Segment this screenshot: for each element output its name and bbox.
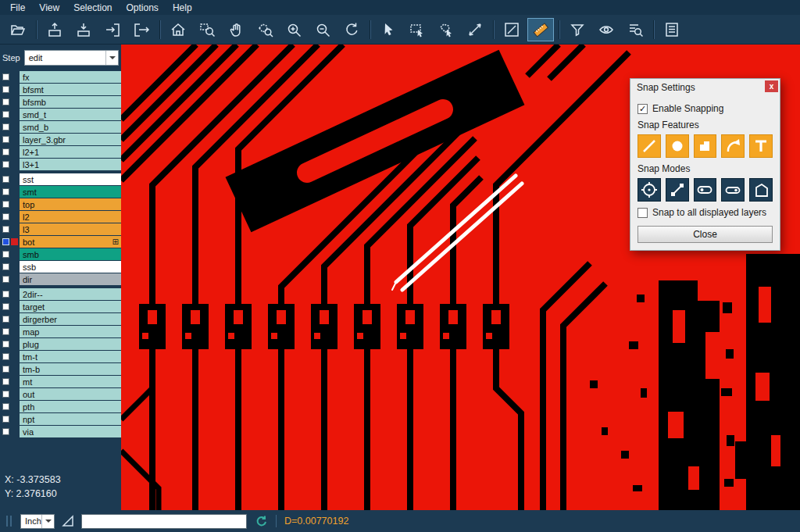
layer-visibility-checkbox[interactable] [2, 188, 9, 195]
layer-row[interactable]: bot⊞ [0, 236, 121, 248]
layer-row[interactable]: fx [0, 71, 121, 83]
layer-row[interactable]: smd_b [0, 121, 121, 133]
view-options-tool[interactable] [593, 18, 620, 41]
open-tool[interactable] [5, 18, 31, 41]
import-tool[interactable] [99, 18, 126, 41]
layer-row[interactable]: dirgerber [0, 313, 121, 325]
layer-row[interactable]: mt [0, 376, 121, 387]
layer-visibility-checkbox[interactable] [2, 353, 9, 360]
export-tool[interactable] [128, 18, 155, 41]
chevron-down-icon[interactable] [41, 515, 54, 528]
layer-row[interactable]: layer_3.gbr [0, 134, 121, 145]
statusbar-grip[interactable] [6, 516, 14, 527]
layer-row[interactable]: ssb [0, 261, 121, 273]
layer-row[interactable]: smd_t [0, 109, 121, 120]
layer-visibility-checkbox[interactable] [2, 136, 9, 143]
layer-row[interactable]: 2dir-- [0, 288, 121, 300]
layer-row[interactable]: smb [0, 248, 121, 260]
layer-row[interactable]: l2 [0, 211, 121, 223]
layer-name[interactable]: tm-b [20, 363, 121, 375]
layer-visibility-checkbox[interactable] [2, 276, 9, 283]
layer-name[interactable]: l2 [20, 211, 121, 223]
report-tool[interactable] [659, 18, 685, 41]
zoom-window-tool[interactable] [194, 18, 220, 41]
layer-row[interactable]: dir [0, 273, 121, 285]
layer-name[interactable]: layer_3.gbr [20, 134, 121, 145]
layer-row[interactable]: out [0, 388, 121, 400]
select-polygon-tool[interactable] [433, 18, 459, 41]
layer-visibility-checkbox[interactable] [2, 366, 9, 373]
layer-visibility-checkbox[interactable] [2, 238, 9, 245]
layer-name[interactable]: dir [20, 273, 121, 285]
statusbar-input[interactable] [81, 514, 247, 529]
layer-visibility-checkbox[interactable] [2, 73, 9, 80]
enable-snapping-checkbox[interactable]: ✓ [638, 104, 648, 114]
layer-visibility-checkbox[interactable] [2, 176, 9, 183]
triangle-ruler-icon[interactable] [61, 514, 75, 528]
layer-name[interactable]: sst [20, 173, 121, 185]
layer-visibility-checkbox[interactable] [2, 403, 9, 410]
layer-visibility-checkbox[interactable] [2, 416, 9, 423]
layer-visibility-checkbox[interactable] [2, 251, 9, 258]
layer-row[interactable]: l2+1 [0, 146, 121, 158]
layer-name[interactable]: ssb [20, 261, 121, 273]
all-layers-checkbox[interactable] [638, 208, 648, 218]
layer-row[interactable]: l3 [0, 223, 121, 235]
enable-snapping-row[interactable]: ✓ Enable Snapping [638, 103, 773, 114]
layer-row[interactable]: smt [0, 186, 121, 198]
layer-visibility-checkbox[interactable] [2, 328, 9, 335]
snap-feature-text-button[interactable] [749, 134, 773, 158]
layer-row[interactable]: via [0, 426, 121, 437]
dialog-title-bar[interactable]: Snap Settings x [630, 79, 780, 96]
layer-name[interactable]: smd_t [20, 109, 121, 120]
snap-mode-point-button[interactable] [666, 178, 689, 202]
zoom-out-tool[interactable] [309, 18, 336, 41]
layer-visibility-checkbox[interactable] [2, 161, 9, 168]
snap-feature-arc-button[interactable] [721, 134, 745, 158]
layer-visibility-checkbox[interactable] [2, 111, 9, 118]
zoom-in-tool[interactable] [280, 18, 307, 41]
refresh-icon[interactable] [255, 515, 268, 528]
layer-visibility-checkbox[interactable] [2, 428, 9, 435]
select-rectangle-tool[interactable] [404, 18, 430, 41]
layer-name[interactable]: smb [20, 248, 121, 260]
export-up-tool[interactable] [41, 18, 68, 41]
layer-name[interactable]: bfsmt [20, 84, 121, 95]
layer-visibility-checkbox[interactable] [2, 341, 9, 348]
home-tool[interactable] [165, 18, 191, 41]
layer-row[interactable]: npt [0, 413, 121, 425]
layer-visibility-checkbox[interactable] [2, 86, 9, 93]
layer-visibility-checkbox[interactable] [2, 148, 9, 155]
layer-row[interactable]: bfsmb [0, 96, 121, 108]
layer-row[interactable]: target [0, 301, 121, 312]
layer-name[interactable]: l3 [20, 223, 121, 235]
snap-feature-surface-button[interactable] [694, 134, 717, 158]
layer-name[interactable]: l2+1 [20, 146, 121, 158]
layer-name[interactable]: top [20, 198, 121, 210]
layer-visibility-checkbox[interactable] [2, 263, 9, 270]
layer-name[interactable]: smd_b [20, 121, 121, 133]
layer-name[interactable]: target [20, 301, 121, 312]
snap-mode-slot-b-button[interactable] [721, 178, 745, 202]
menu-item-file[interactable]: File [3, 2, 32, 14]
snap-mode-slot-a-button[interactable] [694, 178, 717, 202]
layer-visibility-checkbox[interactable] [2, 291, 9, 298]
layer-visibility-checkbox[interactable] [2, 213, 9, 220]
layer-visibility-checkbox[interactable] [2, 226, 9, 233]
close-button[interactable]: Close [638, 226, 773, 243]
layer-row[interactable]: sst [0, 173, 121, 185]
layer-row[interactable]: tm-t [0, 351, 121, 362]
layer-row[interactable]: tm-b [0, 363, 121, 375]
menu-item-options[interactable]: Options [120, 2, 166, 14]
filter-tool[interactable] [564, 18, 591, 41]
export-down-tool[interactable] [70, 18, 97, 41]
layer-name[interactable]: l3+1 [20, 159, 121, 170]
layer-name[interactable]: fx [20, 71, 121, 83]
layer-name[interactable]: map [20, 326, 121, 337]
pcb-canvas[interactable]: Snap Settings x ✓ Enable Snapping Snap F… [121, 45, 800, 510]
chevron-down-icon[interactable] [105, 51, 118, 65]
layer-visibility-checkbox[interactable] [2, 316, 9, 323]
layer-name[interactable]: bot⊞ [20, 236, 121, 248]
layer-visibility-checkbox[interactable] [2, 123, 9, 130]
zoom-fit-tool[interactable] [338, 18, 365, 41]
